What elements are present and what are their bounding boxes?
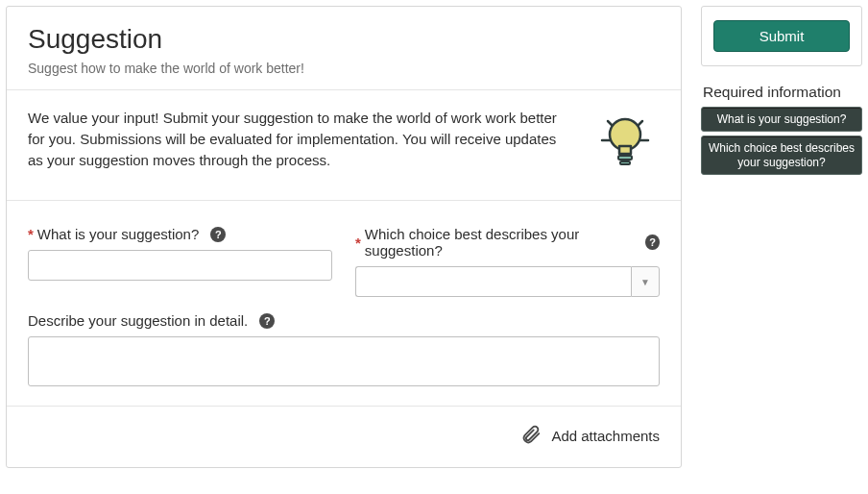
choice-select[interactable]: ▼ (355, 266, 660, 297)
suggestion-field: * What is your suggestion? ? (28, 226, 332, 297)
submit-button[interactable]: Submit (713, 20, 850, 52)
choice-label-line: * Which choice best describes your sugge… (355, 226, 660, 259)
form-header: Suggestion Suggest how to make the world… (7, 7, 681, 90)
detail-textarea[interactable] (28, 336, 660, 386)
detail-label: Describe your suggestion in detail. (28, 312, 248, 329)
svg-rect-6 (620, 161, 630, 164)
detail-label-line: Describe your suggestion in detail. ? (28, 312, 660, 329)
suggestion-form-card: Suggestion Suggest how to make the world… (6, 6, 682, 468)
choice-label: Which choice best describes your suggest… (365, 226, 635, 259)
add-attachments-label: Add attachments (551, 428, 660, 444)
detail-field: Describe your suggestion in detail. ? (28, 312, 660, 386)
required-star: * (355, 235, 361, 251)
sidebar: Submit Required information What is your… (701, 6, 862, 179)
add-attachments-link[interactable]: Add attachments (520, 424, 660, 448)
choice-select-value[interactable] (355, 266, 631, 297)
page-subtitle: Suggest how to make the world of work be… (28, 61, 660, 76)
help-icon[interactable]: ? (210, 227, 226, 242)
suggestion-label: What is your suggestion? (37, 226, 199, 242)
required-star: * (28, 226, 34, 242)
required-info: Required information What is your sugges… (701, 84, 862, 179)
intro-section: We value your input! Submit your suggest… (7, 90, 681, 201)
intro-text: We value your input! Submit your suggest… (28, 108, 575, 170)
suggestion-input[interactable] (28, 250, 332, 281)
choice-field: * Which choice best describes your sugge… (355, 226, 660, 297)
svg-rect-5 (618, 156, 632, 160)
required-link-suggestion[interactable]: What is your suggestion? (701, 107, 862, 132)
help-icon[interactable]: ? (259, 313, 275, 329)
form-fields: * What is your suggestion? ? * Which cho… (7, 201, 681, 407)
required-info-title: Required information (703, 84, 862, 101)
attachments-row: Add attachments (7, 407, 681, 467)
submit-card: Submit (701, 6, 862, 66)
page-title: Suggestion (28, 24, 660, 55)
paperclip-icon (520, 424, 542, 448)
required-link-choice[interactable]: Which choice best describes your suggest… (701, 136, 862, 175)
lightbulb-icon (598, 108, 660, 177)
help-icon[interactable]: ? (645, 235, 660, 250)
suggestion-label-line: * What is your suggestion? ? (28, 226, 332, 242)
chevron-down-icon[interactable]: ▼ (631, 266, 660, 297)
